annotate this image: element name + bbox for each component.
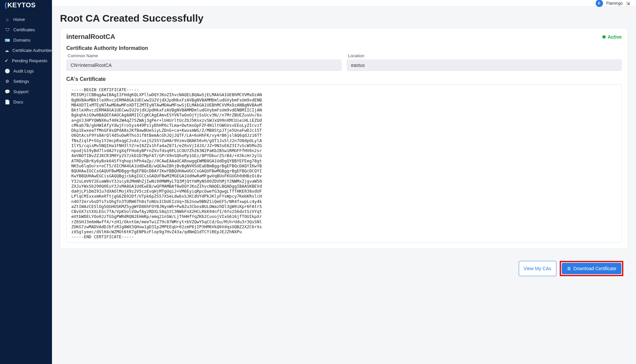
common-name-field-group: Common Name CN=internalRootCA: [66, 53, 341, 71]
sidebar: ( KEYTOS ⌂ Home 🛡 Certificates 🪪 Domains…: [0, 0, 52, 364]
cloud-icon: ☁: [5, 48, 9, 53]
sidebar-item-settings[interactable]: ⚙ Settings: [0, 76, 52, 87]
ca-cert-heading: CA's Certificate: [66, 76, 622, 82]
sidebar-item-label: Settings: [13, 79, 29, 84]
location-field-group: Location eastus: [347, 53, 622, 71]
sidebar-item-label: Support: [13, 89, 29, 94]
sidebar-item-docs[interactable]: 📄 Docs: [0, 97, 52, 107]
view-my-cas-button[interactable]: View My CAs: [519, 261, 556, 276]
id-icon: 🪪: [5, 38, 10, 43]
card-header: internalRootCA Active: [66, 33, 622, 41]
location-value: eastus: [347, 60, 622, 71]
sidebar-item-label: Home: [13, 17, 25, 22]
page-title: Root CA Created Successfully: [60, 13, 628, 24]
location-label: Location: [347, 53, 622, 58]
brand-logo: ( KEYTOS: [0, 1, 52, 12]
certificate-pem-textarea[interactable]: -----BEGIN CERTIFICATE----- MIIGMjCCBBqg…: [66, 84, 622, 243]
status-dot-icon: [602, 35, 606, 39]
status-badge: Active: [602, 34, 622, 40]
sidebar-item-certificates[interactable]: 🛡 Certificates: [0, 25, 52, 35]
actions-footer: View My CAs 🗎 Download Certificate: [60, 254, 628, 279]
sidebar-item-audit-logs[interactable]: 🕘 Audit Logs: [0, 66, 52, 76]
sidebar-item-label: Docs: [13, 99, 23, 104]
status-text: Active: [608, 34, 622, 40]
sidebar-item-label: Pending Requests: [12, 58, 47, 63]
ca-details-card: internalRootCA Active Certificate Author…: [60, 28, 628, 249]
logout-icon[interactable]: ⇲: [626, 1, 630, 6]
sidebar-item-pending-requests[interactable]: ✔ Pending Requests: [0, 56, 52, 66]
common-name-value: CN=internalRootCA: [66, 60, 341, 71]
sidebar-item-label: Certificates: [13, 27, 35, 32]
topbar: F Flamingo ⇲: [52, 0, 636, 7]
main-region: F Flamingo ⇲ Root CA Created Successfull…: [52, 0, 636, 364]
ca-info-row: Common Name CN=internalRootCA Location e…: [66, 53, 622, 71]
gear-icon: ⚙: [5, 79, 10, 84]
sidebar-item-label: Certificate Authorities: [12, 48, 53, 53]
sidebar-item-support[interactable]: 💬 Support: [0, 87, 52, 97]
ca-name: internalRootCA: [66, 33, 115, 41]
logo-mark-icon: (: [5, 1, 7, 9]
sidebar-item-label: Audit Logs: [13, 69, 34, 74]
avatar[interactable]: F: [596, 0, 603, 7]
common-name-label: Common Name: [66, 53, 341, 58]
sidebar-item-domains[interactable]: 🪪 Domains: [0, 35, 52, 45]
download-highlight-annotation: 🗎 Download Certificate: [560, 261, 623, 276]
download-icon: 🗎: [567, 266, 571, 271]
clock-icon: 🕘: [5, 69, 10, 74]
sidebar-item-certificate-authorities[interactable]: ☁ Certificate Authorities: [0, 45, 52, 56]
ca-info-heading: Certificate Authority Information: [66, 45, 622, 51]
view-my-cas-label: View My CAs: [524, 266, 551, 271]
check-icon: ✔: [5, 58, 9, 63]
user-display-name: Flamingo: [606, 1, 623, 6]
shield-icon: 🛡: [5, 27, 10, 32]
sidebar-item-label: Domains: [13, 38, 30, 43]
brand-name: KEYTOS: [7, 1, 36, 9]
sidebar-item-home[interactable]: ⌂ Home: [0, 14, 52, 25]
actions-row: View My CAs 🗎 Download Certificate: [519, 256, 623, 276]
doc-icon: 📄: [5, 99, 10, 104]
download-certificate-button[interactable]: 🗎 Download Certificate: [562, 263, 621, 274]
sidebar-nav: ⌂ Home 🛡 Certificates 🪪 Domains ☁ Certif…: [0, 14, 52, 107]
content-scroll[interactable]: Root CA Created Successfully internalRoo…: [52, 7, 636, 364]
chat-icon: 💬: [5, 89, 10, 94]
download-certificate-label: Download Certificate: [573, 266, 616, 271]
home-icon: ⌂: [5, 17, 10, 22]
